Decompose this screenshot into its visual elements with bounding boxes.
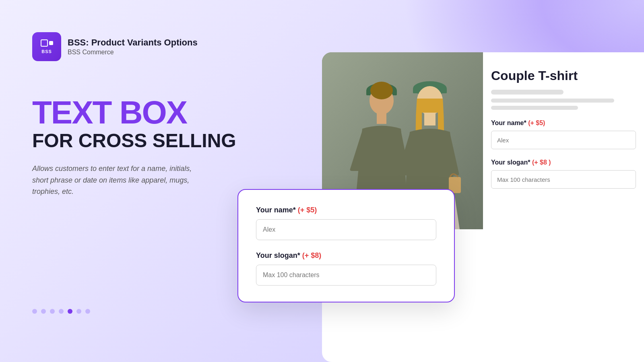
logo-info: BSS: Product Variants Options BSS Commer…: [68, 37, 198, 56]
header: BSS BSS: Product Variants Options BSS Co…: [32, 32, 198, 61]
bss-logo-icon: [41, 39, 53, 47]
dot-6[interactable]: [76, 309, 81, 314]
product-title: Couple T-shirt: [491, 68, 636, 83]
card-slogan-input[interactable]: [256, 265, 436, 286]
card-slogan-label: Your slogan* (+ $8): [256, 251, 436, 260]
product-desc-line-1: [491, 99, 614, 103]
card-name-price: (+ $5): [298, 206, 317, 214]
hero-subheadline: FOR CROSS SELLING: [32, 130, 262, 152]
product-rating-bar: [491, 90, 564, 95]
floating-card: Your name* (+ $5) Your slogan* (+ $8): [237, 189, 455, 302]
product-slogan-input[interactable]: [491, 170, 636, 189]
hero-description: Allows customers to enter text for a nam…: [32, 163, 201, 197]
svg-rect-5: [377, 112, 386, 124]
product-info: Couple T-shirt Your name* (+ $5) Your sl…: [491, 60, 636, 197]
app-title: BSS: Product Variants Options: [68, 37, 198, 48]
dot-5-active[interactable]: [68, 309, 72, 314]
logo-box: BSS: [32, 32, 61, 61]
dot-2[interactable]: [41, 309, 46, 314]
card-name-label: Your name* (+ $5): [256, 206, 436, 214]
app-subtitle: BSS Commerce: [68, 49, 198, 56]
card-name-input[interactable]: [256, 219, 436, 240]
dot-4[interactable]: [59, 309, 64, 314]
svg-rect-9: [424, 113, 436, 125]
product-desc-line-2: [491, 106, 578, 110]
product-name-label: Your name* (+ $5): [491, 119, 636, 127]
card-slogan-price: (+ $8): [302, 251, 322, 259]
dot-1[interactable]: [32, 309, 37, 314]
dot-7[interactable]: [85, 309, 90, 314]
product-slogan-label: Your slogan* (+ $8 ): [491, 159, 636, 166]
left-content: TEXT BOX FOR CROSS SELLING Allows custom…: [32, 97, 262, 197]
hero-headline: TEXT BOX: [32, 97, 262, 129]
product-name-input[interactable]: [491, 131, 636, 149]
svg-point-4: [370, 82, 393, 99]
pagination-dots: [32, 309, 90, 314]
logo-bss-text: BSS: [41, 49, 52, 54]
dot-3[interactable]: [50, 309, 55, 314]
